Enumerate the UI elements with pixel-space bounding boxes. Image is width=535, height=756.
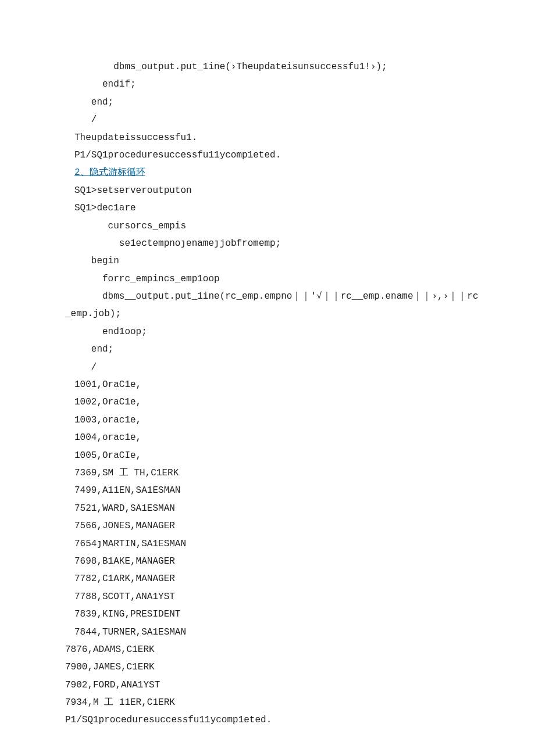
code-line: forrc_empincs_emp1oop <box>0 270 535 288</box>
code-line: / <box>0 111 535 128</box>
table-row: 7499,A11EN,SA1ESMAN <box>0 482 535 499</box>
table-row: 7788,SCOTT,ANA1YST <box>0 588 535 605</box>
table-row: 7900,JAMES,C1ERK <box>0 658 535 676</box>
output-line: Theupdateissuccessfu1. <box>0 129 535 146</box>
code-line: end; <box>0 94 535 111</box>
output-line: P1/SQ1proceduresuccessfu11ycomp1eted. <box>0 711 535 729</box>
code-line: endif; <box>0 76 535 93</box>
table-row: 7902,FORD,ANA1YST <box>0 676 535 694</box>
code-line: dbms_output.put_1ine(›Theupdateisunsucce… <box>0 58 535 76</box>
table-row: 1002,OraC1e, <box>0 393 535 411</box>
table-row: 1004,orac1e, <box>0 429 535 446</box>
table-row: 7654ȷMARTIN,SA1ESMAN <box>0 535 535 553</box>
table-row: 7521,WARD,SA1ESMAN <box>0 500 535 517</box>
table-row: 7782,C1ARK,MANAGER <box>0 570 535 587</box>
code-line: dbms__output.put_1ine(rc_emp.empno｜｜'√｜｜… <box>0 288 535 305</box>
document-page: dbms_output.put_1ine(›Theupdateisunsucce… <box>0 0 535 756</box>
code-line: / <box>0 359 535 376</box>
table-row: 7844,TURNER,SA1ESMAN <box>0 624 535 641</box>
table-row: 7369,SM 工 TH,C1ERK <box>0 464 535 482</box>
table-row: 7566,JONES,MANAGER <box>0 517 535 535</box>
code-line: cursorcs_empis <box>0 217 535 235</box>
code-line: se1ectempnoȷenameȷjobfromemp; <box>0 235 535 252</box>
table-row: 7876,ADAMS,C1ERK <box>0 641 535 658</box>
table-row: 7934,M 工 11ER,C1ERK <box>0 694 535 711</box>
table-row: 1001,OraC1e, <box>0 376 535 393</box>
table-row: 1003,orac1e, <box>0 411 535 429</box>
code-line: _emp.job); <box>0 305 535 323</box>
code-line: end; <box>0 341 535 358</box>
code-line: begin <box>0 252 535 270</box>
code-line: SQ1>setserveroutputon <box>0 182 535 199</box>
code-line: end1oop; <box>0 323 535 341</box>
code-line: SQ1>dec1are <box>0 199 535 217</box>
table-row: 1005,OraCIe, <box>0 447 535 464</box>
output-line: P1/SQ1proceduresuccessfu11ycomp1eted. <box>0 146 535 164</box>
table-row: 7698,B1AKE,MANAGER <box>0 553 535 570</box>
section-heading: 2、隐式游标循环 <box>0 164 535 181</box>
table-row: 7839,KING,PRESIDENT <box>0 605 535 623</box>
